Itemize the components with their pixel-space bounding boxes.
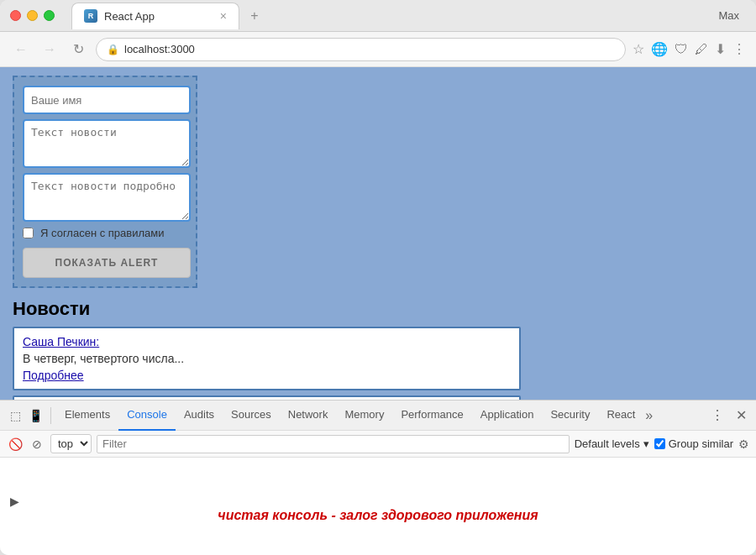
globe-icon[interactable]: 🌐	[651, 41, 668, 57]
form-area: Я согласен с правилами ПОКАЗАТЬ ALERT	[13, 76, 197, 288]
tab-memory[interactable]: Memory	[336, 401, 392, 431]
console-filter-icon[interactable]: ⊘	[29, 436, 45, 453]
new-tab-button[interactable]: +	[243, 4, 266, 28]
active-tab[interactable]: R React App ×	[71, 3, 239, 29]
console-message: чистая консоль - залог здорового приложе…	[218, 508, 538, 523]
tab-application[interactable]: Application	[472, 401, 543, 431]
tab-console[interactable]: Console	[118, 401, 176, 431]
name-input[interactable]	[23, 86, 191, 114]
tab-performance[interactable]: Performance	[392, 401, 471, 431]
devtools-close-button[interactable]: ✕	[731, 406, 751, 426]
page-inner: Я согласен с правилами ПОКАЗАТЬ ALERT Но…	[0, 67, 756, 400]
expand-arrow[interactable]: ▶	[10, 495, 19, 508]
back-button[interactable]: ←	[10, 39, 32, 60]
default-levels-selector[interactable]: Default levels ▾	[575, 437, 649, 450]
news-textarea[interactable]	[23, 119, 191, 168]
inspect-element-icon[interactable]: ⬚	[5, 406, 25, 426]
download-icon[interactable]: ⬇	[715, 41, 726, 57]
page-content: Я согласен с правилами ПОКАЗАТЬ ALERT Но…	[0, 67, 756, 400]
shield-icon[interactable]: 🛡	[675, 42, 688, 57]
default-levels-arrow[interactable]: ▾	[643, 437, 649, 450]
checkbox-row: Я согласен с правилами	[23, 227, 187, 239]
fullscreen-window-button[interactable]	[44, 10, 55, 21]
forward-button[interactable]: →	[39, 39, 60, 60]
news-text-0: В четверг, четвертого числа...	[23, 352, 511, 365]
devtools-tab-bar: ⬚ 📱 Elements Console Audits Sources Netw…	[0, 401, 756, 431]
close-window-button[interactable]	[10, 10, 21, 21]
devtools-actions: ⋮ ✕	[707, 406, 751, 426]
url-text: localhost:3000	[124, 43, 195, 55]
lock-icon: 🔒	[107, 44, 119, 55]
tab-react[interactable]: React	[598, 401, 643, 431]
news-card-1: Просто Вася: Считаю, что $ должен стоить…	[13, 395, 521, 400]
console-filter-input[interactable]	[97, 435, 570, 453]
tab-title: React App	[104, 10, 155, 23]
tab-sources[interactable]: Sources	[223, 401, 280, 431]
browser-window: R React App × + Max ← → ↻ 🔒 localhost:30…	[0, 0, 756, 555]
news-card-0: Саша Печкин: В четверг, четвертого числа…	[13, 327, 521, 390]
address-bar: ← → ↻ 🔒 localhost:3000 ☆ 🌐 🛡 🖊 ⬇ ⋮	[0, 32, 756, 67]
devtools-toolbar: 🚫 ⊘ top Default levels ▾ Group similar ⚙	[0, 431, 756, 458]
tab-network[interactable]: Network	[280, 401, 337, 431]
tab-separator	[50, 407, 51, 424]
refresh-button[interactable]: ↻	[67, 39, 89, 60]
news-more-0[interactable]: Подробнее	[23, 369, 511, 382]
agree-checkbox[interactable]	[23, 228, 34, 238]
device-toolbar-icon[interactable]: 📱	[25, 406, 45, 426]
minimize-window-button[interactable]	[27, 10, 38, 21]
group-similar-label[interactable]: Group similar	[654, 437, 733, 450]
news-detail-textarea[interactable]	[23, 173, 191, 222]
news-author-0[interactable]: Саша Печкин:	[23, 335, 511, 348]
news-heading: Новости	[13, 298, 743, 320]
devtools-panel: ⬚ 📱 Elements Console Audits Sources Netw…	[0, 400, 756, 555]
console-settings-icon[interactable]: ⚙	[738, 437, 749, 451]
default-levels-label: Default levels	[575, 437, 640, 450]
clear-console-icon[interactable]: 🚫	[7, 436, 24, 453]
tab-security[interactable]: Security	[542, 401, 598, 431]
group-similar-text: Group similar	[669, 437, 733, 450]
tab-bar: R React App × +	[71, 3, 718, 29]
window-user-label: Max	[718, 9, 746, 22]
traffic-lights	[10, 10, 55, 21]
tab-favicon: R	[84, 9, 97, 23]
tab-elements[interactable]: Elements	[56, 401, 118, 431]
bookmark-icon[interactable]: ☆	[633, 41, 644, 57]
tab-audits[interactable]: Audits	[176, 401, 223, 431]
more-tabs-button[interactable]: »	[645, 408, 653, 423]
url-bar[interactable]: 🔒 localhost:3000	[96, 38, 626, 61]
address-icons: ☆ 🌐 🛡 🖊 ⬇ ⋮	[633, 41, 746, 57]
console-row: ▶	[10, 493, 23, 508]
title-bar: R React App × + Max	[0, 0, 756, 32]
devtools-body: ▶ чистая консоль - залог здорового прило…	[0, 458, 756, 555]
context-selector[interactable]: top	[50, 434, 92, 453]
devtools-more-button[interactable]: ⋮	[707, 406, 727, 426]
group-similar-checkbox[interactable]	[654, 438, 665, 449]
agree-label: Я согласен с правилами	[40, 227, 164, 239]
menu-icon[interactable]: ⋮	[732, 41, 746, 57]
extension-icon[interactable]: 🖊	[695, 42, 708, 57]
tab-close-button[interactable]: ×	[220, 9, 227, 23]
submit-button[interactable]: ПОКАЗАТЬ ALERT	[23, 248, 191, 278]
